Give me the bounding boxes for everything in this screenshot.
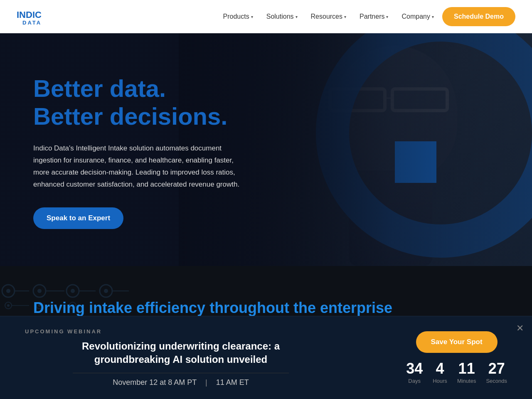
seconds-value: 27 [486,361,507,376]
separator: | [205,378,207,387]
minutes-value: 11 [457,361,476,376]
hours-label: Hours [433,378,447,384]
svg-point-9 [71,289,75,293]
nav-links: Products ▾ Solutions ▾ Resources ▾ Partn… [218,7,515,26]
minutes-label: Minutes [457,378,476,384]
schedule-demo-button[interactable]: Schedule Demo [442,7,515,26]
countdown-days: 34 Days [406,361,423,384]
countdown-hours: 4 Hours [433,361,447,384]
svg-point-15 [7,304,10,307]
seconds-label: Seconds [486,378,507,384]
webinar-date: November 12 at 8 AM PT | 11 AM ET [25,378,337,387]
webinar-banner: UPCOMING WEBINAR Revolutionizing underwr… [0,316,532,399]
logo[interactable]: INDICO DATA [17,6,42,27]
days-label: Days [406,378,423,384]
hero-description: Indico Data's Intelligent Intake solutio… [33,143,249,191]
nav-resources[interactable]: Resources ▾ [306,10,351,24]
nav-products[interactable]: Products ▾ [218,10,258,24]
webinar-label: UPCOMING WEBINAR [25,328,337,335]
days-value: 34 [406,361,423,376]
hero-section: Better data. Better decisions. Indico Da… [0,33,532,266]
nav-solutions[interactable]: Solutions ▾ [261,10,303,24]
close-banner-button[interactable]: ✕ [516,323,524,334]
webinar-title: Revolutionizing underwriting clearance: … [25,340,337,367]
nav-partners[interactable]: Partners ▾ [355,10,393,24]
hero-title: Better data. Better decisions. [33,75,249,130]
nav-company[interactable]: Company ▾ [397,10,438,24]
section-title: Driving intake efficiency throughout the… [33,299,392,317]
webinar-cta-area: Save Your Spot 34 Days 4 Hours 11 Minute… [406,331,507,384]
countdown-minutes: 11 Minutes [457,361,476,384]
hero-content: Better data. Better decisions. Indico Da… [33,75,249,229]
countdown-seconds: 27 Seconds [486,361,507,384]
hours-value: 4 [433,361,447,376]
save-spot-button[interactable]: Save Your Spot [416,331,498,353]
webinar-divider [73,373,289,373]
svg-text:DATA: DATA [22,20,42,26]
svg-point-3 [6,289,10,293]
svg-point-6 [37,289,42,293]
chevron-down-icon: ▾ [296,15,298,19]
svg-text:INDICO: INDICO [17,10,42,20]
speak-to-expert-button[interactable]: Speak to an Expert [33,207,123,229]
chevron-down-icon: ▾ [251,15,253,19]
svg-point-12 [104,289,108,293]
chevron-down-icon: ▾ [432,15,434,19]
webinar-info: UPCOMING WEBINAR Revolutionizing underwr… [25,328,337,387]
chevron-down-icon: ▾ [386,15,388,19]
countdown-timer: 34 Days 4 Hours 11 Minutes 27 Seconds [406,361,507,384]
main-nav: INDICO DATA Products ▾ Solutions ▾ Resou… [0,0,532,33]
chevron-down-icon: ▾ [344,15,346,19]
